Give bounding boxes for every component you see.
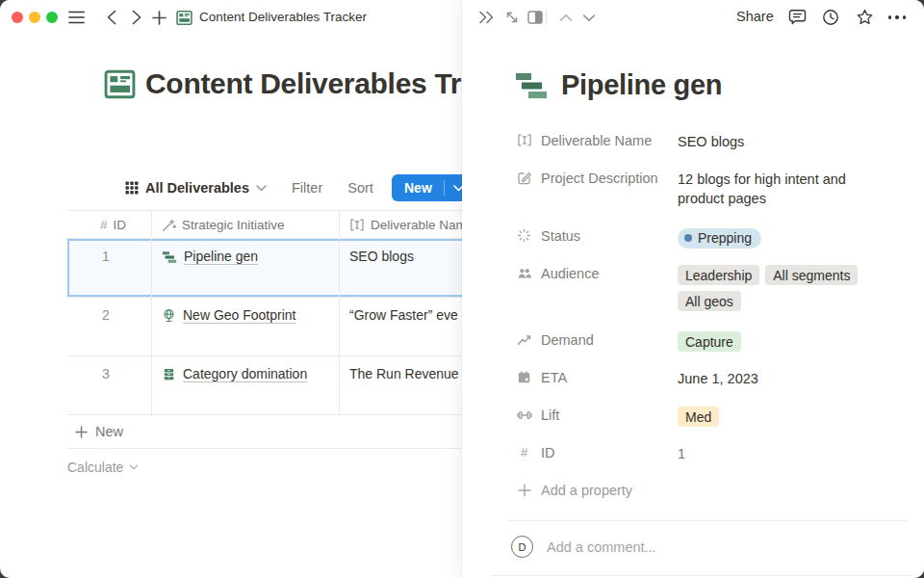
- calendar-icon: [516, 369, 532, 385]
- chevron-up-icon[interactable]: [556, 8, 576, 27]
- property-label[interactable]: Audience: [516, 262, 678, 281]
- side-peek-icon[interactable]: [526, 8, 545, 27]
- star-icon[interactable]: [855, 8, 874, 27]
- property-label[interactable]: ETA: [516, 366, 678, 385]
- add-property-button[interactable]: Add a property: [516, 479, 905, 504]
- hash-icon: [100, 218, 108, 232]
- title-text-icon: [516, 132, 532, 148]
- page-link-pipeline-gen[interactable]: Pipeline gen: [162, 248, 258, 266]
- sort-button[interactable]: Sort: [347, 180, 373, 196]
- pipeline-bars-icon: [162, 250, 177, 264]
- dumbbell-icon: [516, 407, 532, 423]
- panel-toolbar: Share: [462, 0, 924, 35]
- comment-input[interactable]: D Add a comment...: [511, 536, 656, 558]
- trend-icon: [516, 331, 532, 348]
- property-row-status: Status Prepping: [516, 224, 905, 250]
- cell-strategic-initiative[interactable]: Category domination: [152, 356, 340, 414]
- avatar: D: [511, 536, 533, 558]
- property-value[interactable]: 12 blogs for high intent and product pag…: [678, 167, 870, 208]
- cell-strategic-initiative[interactable]: New Geo Footprint: [152, 298, 340, 355]
- window-toolbar-left: Content Deliverables Tracker: [0, 0, 462, 35]
- status-spinner-icon: [516, 227, 532, 244]
- more-icon[interactable]: [887, 8, 907, 27]
- globe-icon: [162, 308, 176, 323]
- history-clock-icon[interactable]: [821, 8, 840, 27]
- property-row-lift: Lift Med: [516, 404, 905, 429]
- property-value[interactable]: June 1, 2023: [678, 366, 758, 388]
- column-header-strategic-initiative[interactable]: Strategic Initiative: [152, 211, 340, 238]
- table-view-icon: [125, 181, 139, 195]
- toolbar-divider: [546, 10, 547, 25]
- cell-strategic-initiative[interactable]: Pipeline gen: [152, 239, 340, 297]
- share-button[interactable]: Share: [736, 9, 774, 24]
- property-row-eta: ETA June 1, 2023: [516, 366, 905, 391]
- side-peek-panel: Share Pipeline gen: [462, 0, 924, 578]
- new-tab-plus-icon[interactable]: [150, 9, 167, 26]
- divider: [491, 575, 912, 576]
- property-value[interactable]: Prepping: [678, 224, 761, 249]
- property-label[interactable]: Lift: [516, 404, 678, 423]
- cabinet-icon: [162, 367, 176, 381]
- property-value[interactable]: SEO blogs: [678, 129, 744, 151]
- property-label[interactable]: Project Description: [516, 167, 678, 186]
- audience-tag[interactable]: All geos: [678, 291, 741, 311]
- property-label[interactable]: Deliverable Name: [516, 129, 678, 148]
- chevron-down-icon[interactable]: [579, 8, 599, 27]
- board-page-icon: [175, 9, 192, 26]
- plus-icon: [75, 426, 88, 438]
- chevron-down-icon: [129, 464, 139, 470]
- chevron-down-icon: [256, 185, 267, 192]
- window-title: Content Deliverables Tracker: [199, 10, 367, 24]
- property-row-project-description: Project Description 12 blogs for high in…: [516, 167, 905, 208]
- wand-icon: [162, 218, 176, 232]
- plus-icon: [516, 482, 532, 498]
- expand-icon[interactable]: [502, 8, 522, 27]
- property-value[interactable]: Capture: [678, 328, 741, 352]
- audience-tag[interactable]: All segments: [765, 265, 858, 285]
- audience-tag[interactable]: Leadership: [678, 265, 759, 285]
- property-row-demand: Demand Capture: [516, 328, 905, 354]
- edit-icon: [516, 170, 532, 186]
- property-row-audience: Audience Leadership All segments All geo…: [516, 262, 905, 311]
- page-link-category-domination[interactable]: Category domination: [162, 365, 307, 383]
- close-window-button[interactable]: [12, 12, 23, 23]
- double-chevron-right-icon[interactable]: [476, 8, 496, 27]
- filter-button[interactable]: Filter: [292, 180, 322, 196]
- property-label[interactable]: ID: [516, 441, 678, 460]
- property-row-deliverable-name: Deliverable Name SEO blogs: [516, 129, 905, 154]
- property-list: Deliverable Name SEO blogs Project Descr…: [516, 129, 905, 516]
- property-value[interactable]: Med: [678, 404, 719, 427]
- comment-placeholder: Add a comment...: [547, 539, 656, 555]
- people-icon: [516, 265, 532, 281]
- board-page-icon-large[interactable]: [104, 68, 136, 100]
- cell-id[interactable]: 1: [67, 239, 152, 297]
- record-title[interactable]: Pipeline gen: [561, 69, 722, 101]
- property-label[interactable]: Status: [516, 224, 678, 244]
- property-value[interactable]: Leadership All segments All geos: [678, 262, 884, 311]
- title-text-icon: [349, 218, 365, 232]
- app-window: Content Deliverables Tracker Content Del…: [0, 0, 924, 578]
- view-tab-all-deliverables[interactable]: All Deliverables: [125, 180, 267, 196]
- comment-icon[interactable]: [787, 8, 807, 27]
- status-dot: [684, 234, 692, 242]
- status-tag[interactable]: Prepping: [678, 228, 761, 249]
- demand-tag[interactable]: Capture: [678, 331, 741, 352]
- page-link-new-geo-footprint[interactable]: New Geo Footprint: [162, 306, 296, 325]
- zoom-window-button[interactable]: [46, 12, 58, 23]
- column-header-id[interactable]: ID: [67, 211, 152, 238]
- hash-icon: [516, 444, 532, 460]
- new-record-button[interactable]: New: [392, 174, 473, 201]
- lift-tag[interactable]: Med: [678, 407, 719, 427]
- cell-id[interactable]: 2: [67, 298, 152, 355]
- record-header: Pipeline gen: [514, 69, 722, 101]
- property-value[interactable]: 1: [678, 441, 685, 463]
- minimize-window-button[interactable]: [29, 12, 40, 23]
- forward-icon[interactable]: [128, 9, 145, 26]
- hamburger-icon[interactable]: [67, 9, 85, 26]
- property-row-id: ID 1: [516, 441, 905, 466]
- divider: [508, 520, 907, 521]
- cell-id[interactable]: 3: [67, 356, 152, 414]
- pipeline-bars-icon[interactable]: [514, 70, 549, 101]
- property-label[interactable]: Demand: [516, 328, 678, 348]
- back-icon[interactable]: [103, 9, 120, 26]
